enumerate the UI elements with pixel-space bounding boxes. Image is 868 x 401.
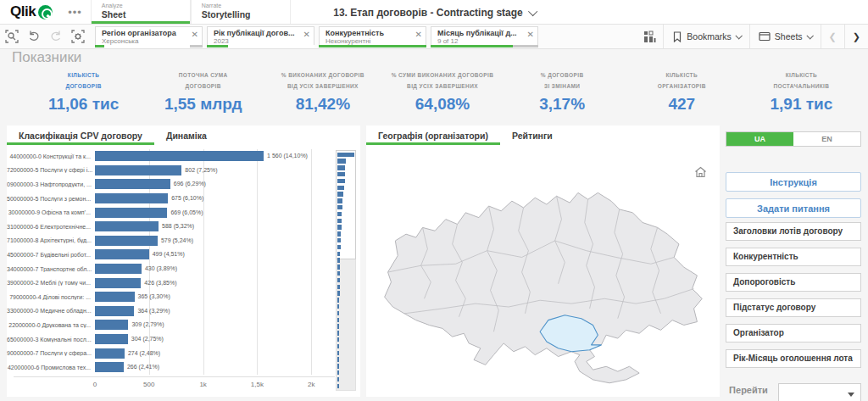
clear-selection-icon[interactable]: ✕	[415, 31, 422, 39]
bar[interactable]	[95, 208, 167, 218]
bookmarks-menu[interactable]: Bookmarks	[663, 25, 749, 48]
kpi-card[interactable]: % ВИКОНАНИХ ДОГОВОРІВВІД УСІХ ЗАВЕРШЕНИХ…	[263, 70, 382, 114]
bar-row[interactable]: 42000000-6 Промислова тех...266 (2,41%)	[7, 360, 360, 375]
selection-chip[interactable]: Регіон організатораХерсонська✕	[95, 26, 203, 47]
progress-segment	[726, 342, 861, 343]
step-forward-icon[interactable]	[46, 26, 66, 47]
cpv-bar-chart[interactable]: 44000000-0 Конструкції та к...1 560 (14,…	[7, 149, 360, 375]
bar[interactable]	[95, 193, 168, 203]
bar-row[interactable]: 44000000-0 Конструкції та к...1 560 (14,…	[7, 149, 360, 164]
tab-geography[interactable]: Географія (організатори)	[366, 125, 500, 145]
filter-listbox[interactable]: Допороговість	[726, 273, 861, 292]
scrollbar-mini-bar	[337, 231, 341, 237]
lang-ua-button[interactable]: UA	[726, 132, 793, 146]
lang-en-button[interactable]: EN	[793, 132, 860, 146]
bar-row[interactable]: 79000000-4 Ділові послуги: ...365 (3,30%…	[7, 290, 360, 304]
kpi-card[interactable]: % ДОГОВОРІВЗІ ЗМІНАМИ3,17%	[503, 70, 622, 114]
bar[interactable]	[95, 179, 170, 189]
chart-scrollbar[interactable]	[336, 150, 356, 391]
kpi-value: 11,06 тис	[27, 95, 140, 114]
clear-selection-icon[interactable]: ✕	[527, 31, 534, 39]
bookmark-icon	[672, 31, 682, 42]
insights-grid-icon[interactable]	[639, 26, 659, 47]
ask-question-button[interactable]: Задати питання	[726, 198, 861, 218]
tab-analyze-sheet[interactable]: Analyze Sheet	[91, 0, 191, 24]
bar[interactable]	[95, 236, 158, 246]
bar-row[interactable]: 72000000-5 Послуги у сфері і...802 (7,25…	[7, 164, 360, 178]
kpi-card[interactable]: ПОТОЧНА СУМАДОГОВОРІВ1,55 млрд	[143, 70, 263, 114]
bar[interactable]	[95, 320, 128, 330]
bar[interactable]	[95, 165, 181, 175]
global-menu-icon[interactable]: •••	[59, 6, 91, 19]
filter-listbox-item: Допороговість	[726, 273, 861, 292]
bar-row[interactable]: 39000000-2 Меблі (у тому чи...426 (3,85%…	[7, 276, 360, 290]
step-back-icon[interactable]	[24, 26, 44, 47]
scrollbar-mini-bar	[337, 186, 344, 191]
kpi-card[interactable]: КІЛЬКІСТЬОРГАНІЗАТОРІВ427	[622, 70, 742, 114]
bar[interactable]	[95, 278, 141, 288]
selections-tool-icon[interactable]	[68, 26, 88, 47]
tab-dynamics[interactable]: Динаміка	[154, 125, 219, 145]
bar[interactable]	[95, 292, 135, 302]
bar[interactable]	[95, 348, 125, 359]
bar-row[interactable]: 45000000-7 Будівельні робот...499 (4,51%…	[7, 248, 360, 262]
bar-row[interactable]: 65000000-3 Комунальні посл...304 (2,75%)	[7, 332, 360, 347]
bar-value-label: 499 (4,51%)	[153, 251, 185, 257]
kpi-card[interactable]: % СУМИ ВИКОНАНИХ ДОГОВОРІВВІД УСІХ ЗАВЕР…	[382, 70, 502, 114]
progress-segment	[513, 45, 538, 47]
filter-label: Конкурентність	[733, 252, 798, 261]
bar[interactable]	[95, 221, 159, 231]
bar-row[interactable]: 50000000-5 Послуги з ремон...675 (6,10%)	[7, 192, 360, 206]
bar[interactable]	[95, 249, 149, 259]
filter-listbox[interactable]: Заголовки лотів договору	[726, 222, 861, 241]
bar-row[interactable]: 31000000-6 Електротехнічне...588 (5,32%)	[7, 220, 360, 234]
progress-segment	[319, 45, 426, 47]
filter-listbox[interactable]: Рік-Місяць оголошення лота	[726, 349, 861, 368]
bar-row[interactable]: 09000000-3 Нафтопродукти, ...696 (6,29%)	[7, 177, 360, 192]
tab-ratings[interactable]: Рейтинги	[500, 125, 565, 145]
sheets-menu[interactable]: Sheets	[749, 25, 821, 48]
bar-row[interactable]: 90000000-7 Послуги у сфера...274 (2,48%)	[7, 346, 360, 360]
next-sheet-icon[interactable]: ❯	[844, 25, 868, 48]
clear-selection-icon[interactable]: ✕	[303, 31, 310, 39]
bar-value-label: 669 (6,05%)	[170, 209, 203, 215]
x-axis-tick: 500	[143, 381, 154, 388]
scrollbar-mini-bar	[337, 324, 339, 329]
filter-label: Заголовки лотів договору	[733, 226, 843, 236]
bar-row[interactable]: 34000000-7 Транспортне обл...430 (3,89%)	[7, 262, 360, 276]
bar[interactable]	[95, 362, 124, 372]
bar-row[interactable]: 33000000-0 Медичне обладн...364 (3,29%)	[7, 304, 360, 319]
filter-listbox[interactable]: Організатор	[726, 324, 861, 343]
bookmarks-label: Bookmarks	[687, 31, 732, 42]
progress-segment	[104, 45, 189, 47]
ukraine-map[interactable]	[373, 158, 712, 390]
sheet-title-dropdown[interactable]: 13. Етап договорів - Contracting stage	[333, 0, 535, 25]
tab-cpv-classification[interactable]: Класифікація CPV договору	[7, 125, 154, 145]
x-axis-tick: 2k	[308, 381, 314, 388]
kpi-card[interactable]: КІЛЬКІСТЬПОСТАЧАЛЬНИКІВ1,91 тис	[742, 70, 861, 114]
bar-row[interactable]: 71000000-8 Архітектурні, буд...579 (5,24…	[7, 234, 360, 248]
kpi-value: 1,55 млрд	[147, 95, 259, 114]
selection-field-name: Рік публікації догов...	[214, 29, 299, 37]
instruction-button[interactable]: Інструкція	[726, 172, 861, 192]
bar[interactable]	[95, 306, 134, 316]
selection-chip[interactable]: Рік публікації догов...2023✕	[207, 26, 314, 47]
smart-search-icon[interactable]	[2, 26, 22, 47]
bar-row[interactable]: 22000000-0 Друкована та су...309 (2,79%)	[7, 318, 360, 332]
prev-sheet-icon[interactable]: ❮	[821, 25, 844, 48]
bar-row[interactable]: 30000000-9 Офісна та комп’...669 (6,05%)	[7, 205, 360, 220]
kpi-card[interactable]: КІЛЬКІСТЬДОГОВОРІВ11,06 тис	[24, 70, 143, 114]
filter-listbox[interactable]: Підстатус договору	[726, 298, 861, 317]
bar[interactable]	[95, 264, 142, 274]
bar-track: 365 (3,30%)	[95, 292, 322, 302]
selection-chip[interactable]: Місяць публікації д...9 of 12✕	[431, 26, 538, 47]
filter-listbox[interactable]: Конкурентність	[726, 248, 861, 266]
goto-select[interactable]	[778, 383, 861, 401]
scrollbar-mini-bar	[337, 384, 339, 389]
bar[interactable]	[95, 151, 264, 161]
clear-selection-icon[interactable]: ✕	[192, 31, 198, 39]
selection-value: Неконкурентні	[326, 37, 411, 45]
selection-chip[interactable]: КонкурентністьНеконкурентні✕	[319, 26, 426, 47]
bar[interactable]	[95, 334, 128, 344]
tab-narrate-storytelling[interactable]: Narrate Storytelling	[191, 0, 291, 24]
